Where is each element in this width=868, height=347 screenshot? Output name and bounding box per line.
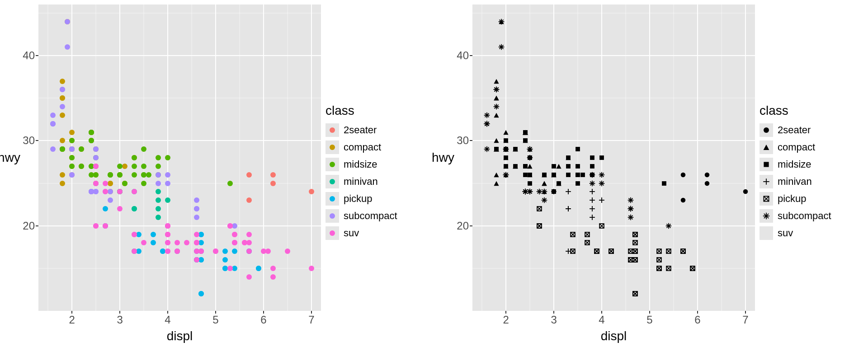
data-point <box>60 87 65 92</box>
data-point <box>122 164 127 169</box>
data-point <box>527 155 533 161</box>
data-point <box>570 248 576 254</box>
data-point <box>246 240 252 245</box>
data-point <box>565 188 571 195</box>
data-point <box>156 197 161 203</box>
data-point <box>117 164 123 169</box>
color-swatch <box>326 141 339 154</box>
data-point <box>575 172 581 178</box>
data-point <box>541 172 547 178</box>
svg-rect-65 <box>566 164 571 169</box>
data-point <box>156 215 161 220</box>
data-point <box>536 223 542 229</box>
data-point <box>503 163 509 169</box>
legend-label: midsize <box>778 159 811 170</box>
data-point <box>232 232 237 237</box>
data-point <box>165 181 170 186</box>
data-point <box>60 79 65 84</box>
svg-marker-13 <box>494 181 499 186</box>
data-point <box>108 181 113 186</box>
data-point <box>69 155 75 160</box>
svg-rect-72 <box>513 147 518 151</box>
data-point <box>589 163 595 169</box>
data-point <box>599 180 605 187</box>
data-point <box>493 86 500 93</box>
data-point <box>232 223 237 229</box>
data-point <box>69 164 75 169</box>
data-point <box>632 291 638 297</box>
data-point <box>60 138 65 143</box>
svg-rect-68 <box>590 164 594 169</box>
svg-marker-35 <box>494 138 499 143</box>
data-point <box>498 44 505 50</box>
data-point <box>60 146 65 152</box>
shape-icon <box>760 123 773 137</box>
data-point <box>599 155 605 161</box>
y-ticks-left: 203040 <box>18 5 38 311</box>
data-point <box>632 239 638 246</box>
data-point <box>522 163 528 169</box>
legend-label: 2seater <box>778 124 811 136</box>
data-point <box>503 137 509 144</box>
svg-rect-89 <box>542 173 547 177</box>
svg-rect-87 <box>504 138 508 143</box>
svg-marker-39 <box>494 96 499 101</box>
legend-label: subcompact <box>778 210 831 222</box>
legend-item-midsize: midsize <box>326 158 429 171</box>
data-point <box>103 223 108 229</box>
color-swatch <box>326 123 339 137</box>
data-point <box>156 172 161 178</box>
data-point <box>175 240 180 245</box>
data-point <box>503 146 509 152</box>
data-point <box>270 274 276 280</box>
data-point <box>527 172 533 178</box>
data-point <box>594 248 600 254</box>
svg-point-358 <box>764 127 769 133</box>
data-point <box>503 155 509 161</box>
data-point <box>69 130 75 135</box>
y-ticks-right: 203040 <box>452 5 472 311</box>
data-point <box>132 206 137 211</box>
data-point <box>50 121 56 127</box>
data-point <box>213 249 218 254</box>
data-point <box>493 95 500 101</box>
legend-item-minivan: minivan <box>326 175 429 188</box>
data-point <box>60 104 65 109</box>
legend-item-suv: suv <box>760 226 863 240</box>
shape-icon <box>760 158 773 171</box>
data-point <box>565 206 571 212</box>
data-point <box>584 231 590 238</box>
data-point <box>680 172 686 178</box>
data-point <box>584 239 590 246</box>
svg-rect-82 <box>552 173 556 177</box>
data-point <box>575 146 581 152</box>
svg-point-0 <box>681 172 686 177</box>
data-point <box>93 172 99 178</box>
data-point <box>60 181 65 186</box>
data-point <box>136 249 142 254</box>
data-point <box>103 206 108 211</box>
data-point <box>69 138 75 143</box>
data-point <box>246 232 252 237</box>
legend-item-2seater: 2seater <box>326 123 429 137</box>
data-point <box>108 172 113 178</box>
svg-point-4 <box>743 189 748 194</box>
color-swatch <box>326 175 339 188</box>
plot-panel-left <box>38 5 321 311</box>
data-point <box>103 189 108 194</box>
data-point <box>527 146 533 152</box>
shape-icon <box>760 209 773 223</box>
svg-point-2 <box>705 172 710 177</box>
data-point <box>551 163 557 169</box>
color-swatch <box>326 192 339 206</box>
data-point <box>93 164 99 169</box>
data-point <box>117 206 123 211</box>
svg-rect-59 <box>566 173 571 177</box>
data-point <box>175 249 180 254</box>
legend-label: minivan <box>778 176 812 188</box>
svg-rect-360 <box>764 162 769 167</box>
data-point <box>222 257 228 263</box>
legend-label: 2seater <box>344 124 377 136</box>
legend-label: pickup <box>778 193 807 205</box>
svg-rect-71 <box>513 164 518 169</box>
